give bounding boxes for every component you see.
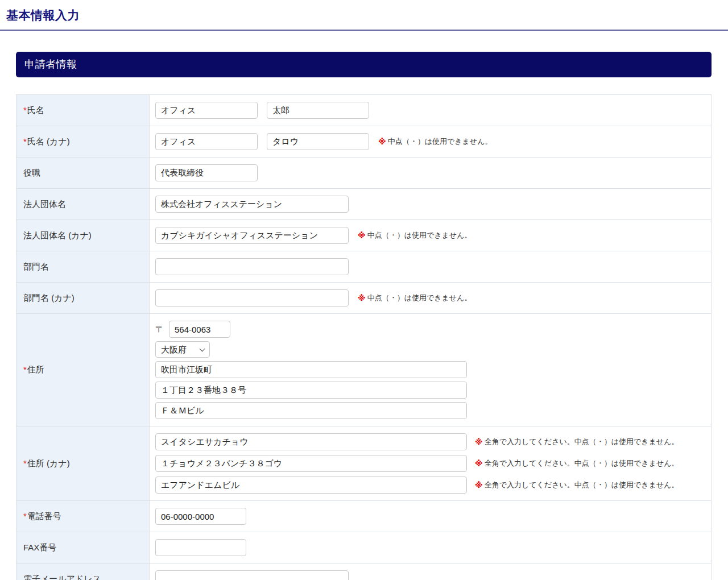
address-street-kana-input[interactable] [155, 455, 467, 472]
required-mark: * [23, 511, 27, 521]
position-input[interactable] [155, 164, 258, 181]
label-address: *住所 [16, 314, 150, 426]
postal-code-input[interactable] [169, 321, 230, 338]
page-header: 基本情報入力 [0, 0, 728, 31]
table-row: 部門名 (カナ) ※中点（・）は使用できません。 [16, 283, 712, 314]
email-input[interactable] [155, 570, 349, 580]
note-mark: ※ [475, 437, 483, 446]
table-row: 役職 [16, 158, 712, 189]
address-building-kana-input[interactable] [155, 477, 467, 494]
input-note: ※全角で入力してください。中点（・）は使用できません。 [475, 437, 679, 447]
required-mark: * [23, 136, 27, 146]
table-row: 電子メールアドレス [16, 564, 712, 580]
last-name-input[interactable] [155, 102, 258, 119]
table-row: *氏名 (カナ) ※中点（・）は使用できません。 [16, 126, 712, 158]
note-mark: ※ [358, 231, 366, 240]
label-name-kana: *氏名 (カナ) [16, 126, 150, 158]
section-title: 申請者情報 [24, 59, 77, 70]
table-row: *住所 〒 大阪府 [16, 314, 712, 426]
note-mark: ※ [475, 480, 483, 490]
label-email: 電子メールアドレス [16, 564, 150, 580]
required-mark: * [23, 458, 27, 468]
phone-input[interactable] [155, 508, 246, 525]
table-row: 法人団体名 (カナ) ※中点（・）は使用できません。 [16, 220, 712, 251]
section-banner: 申請者情報 [16, 52, 712, 77]
note-mark: ※ [358, 293, 366, 303]
label-address-kana: *住所 (カナ) [16, 426, 150, 501]
note-mark: ※ [378, 137, 386, 146]
first-name-input[interactable] [267, 102, 369, 119]
address-city-input[interactable] [155, 361, 467, 378]
postal-mark: 〒 [155, 324, 164, 335]
label-phone: *電話番号 [16, 501, 150, 532]
required-mark: * [23, 364, 27, 374]
org-name-kana-input[interactable] [155, 227, 349, 244]
address-building-input[interactable] [155, 402, 467, 419]
required-mark: * [23, 105, 27, 115]
page-title: 基本情報入力 [6, 7, 728, 23]
note-mark: ※ [475, 459, 483, 468]
applicant-info-table: *氏名 *氏名 (カナ) ※中点（・）は使用できません。 役職 法人団体名 [16, 94, 712, 580]
label-name: *氏名 [16, 95, 150, 126]
input-note: ※全角で入力してください。中点（・）は使用できません。 [475, 458, 679, 469]
label-position: 役職 [16, 158, 150, 189]
table-row: 法人団体名 [16, 189, 712, 220]
table-row: *電話番号 [16, 501, 712, 532]
table-row: *氏名 [16, 95, 712, 126]
table-row: FAX番号 [16, 532, 712, 564]
prefecture-select[interactable]: 大阪府 [155, 341, 210, 358]
fax-input[interactable] [155, 539, 246, 556]
label-org-name-kana: 法人団体名 (カナ) [16, 220, 150, 251]
label-dept-name: 部門名 [16, 251, 150, 283]
label-dept-name-kana: 部門名 (カナ) [16, 283, 150, 314]
dept-name-kana-input[interactable] [155, 289, 349, 306]
input-note: ※中点（・）は使用できません。 [358, 230, 471, 241]
table-row: 部門名 [16, 251, 712, 283]
prefecture-select-wrap: 大阪府 [155, 341, 210, 358]
table-row: *住所 (カナ) ※全角で入力してください。中点（・）は使用できません。 ※全角… [16, 426, 712, 501]
label-fax: FAX番号 [16, 532, 150, 564]
dept-name-input[interactable] [155, 258, 349, 275]
label-org-name: 法人団体名 [16, 189, 150, 220]
input-note: ※中点（・）は使用できません。 [378, 136, 492, 147]
input-note: ※全角で入力してください。中点（・）は使用できません。 [475, 480, 679, 490]
input-note: ※中点（・）は使用できません。 [358, 293, 471, 303]
last-name-kana-input[interactable] [155, 133, 258, 150]
address-city-kana-input[interactable] [155, 433, 467, 450]
org-name-input[interactable] [155, 196, 349, 213]
first-name-kana-input[interactable] [267, 133, 369, 150]
address-street-input[interactable] [155, 382, 467, 399]
